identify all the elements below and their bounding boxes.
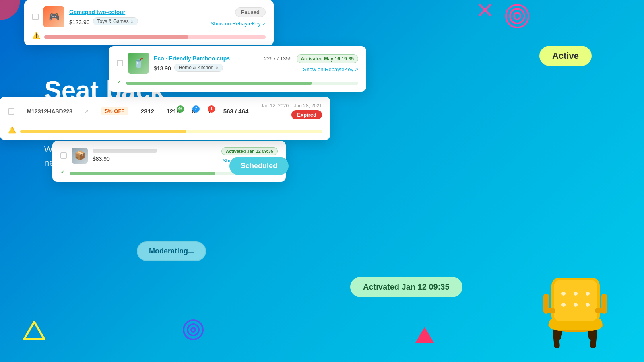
deco-triangle-pink [415,326,435,344]
card1-progress-icon: ⚠️ [32,31,40,39]
deco-cross-top [479,4,491,16]
svg-point-30 [574,292,578,296]
card2-progress-bar [126,82,358,85]
active-badge: Active [539,46,592,66]
card4-price: $83.90 [93,156,110,162]
card3-count4: 1 1 [208,108,211,115]
card1-product-image: 🎮 [43,6,64,27]
svg-point-2 [510,9,524,23]
deco-triangle-bottom [23,320,45,342]
svg-rect-26 [543,294,549,314]
card4-activated: Activated Jan 12 09:35 [221,147,278,155]
svg-marker-10 [24,322,44,339]
card2-price: $13.90 [154,65,171,72]
card3-count1: 2312 [141,108,154,115]
svg-rect-24 [554,280,597,321]
product-card-bamboo: 🥤 Eco - Friendly Bamboo cups $13.90 Home… [109,46,366,92]
svg-point-15 [0,0,20,20]
card3-coupon-code[interactable]: M12312HASD223 [27,108,72,115]
svg-line-5 [480,5,490,15]
coupon-card: M12312HASD223 ↗ 5% OFF 2312 46 1219 7 8 … [0,97,330,140]
card1-tag-remove[interactable]: ✕ [130,19,134,24]
card1-product-title[interactable]: Gamepad two-colour [69,9,125,15]
card2-progress-icon: ✓ [117,78,122,85]
card2-tag-remove[interactable]: ✕ [215,66,219,70]
moderating-badge: Moderating... [137,241,206,261]
card4-checkbox[interactable] [60,152,67,159]
card3-progress-icon: ⚠️ [8,126,16,134]
card1-status: Paused [235,7,266,17]
card3-count3-badge: 7 [192,105,200,113]
card4-info: $83.90 [93,149,217,162]
svg-line-4 [480,5,490,15]
card2-info: Eco - Friendly Bamboo cups $13.90 Home &… [154,55,259,72]
svg-point-33 [574,303,578,307]
svg-point-29 [561,292,566,296]
card2-product-image: 🥤 [128,53,149,74]
scheduled-badge: Scheduled [229,157,289,175]
card1-info: Gamepad two-colour $123.90 Toys & Games … [69,8,206,25]
card1-checkbox[interactable] [32,14,39,20]
card3-count5: 563 / 464 [223,108,249,115]
svg-point-31 [586,292,590,296]
svg-point-32 [561,303,566,307]
card1-tag: Toys & Games ✕ [93,17,138,25]
card3-count4-badge: 1 [208,105,215,113]
svg-point-13 [191,328,195,332]
card3-date-range: Jan 12, 2020 – Jan 28, 2021 [261,103,322,109]
card2-tag: Home & Kitchen ✕ [174,64,223,72]
svg-marker-14 [415,327,434,343]
card4-progress-icon: ✓ [60,168,66,175]
card3-status: Expired [291,110,322,119]
card3-count2: 46 1219 [167,108,180,115]
card3-external-link[interactable]: ↗ [85,109,89,114]
card2-checkbox[interactable] [117,60,123,66]
card3-progress-bar [20,130,322,133]
card1-price: $123.90 [69,19,90,25]
card2-show-link[interactable]: Show on RebayteKey [303,66,358,72]
svg-point-11 [184,320,203,339]
svg-point-12 [188,324,199,335]
card3-count2-badge: 46 [177,105,184,113]
deco-circle-top-right [503,2,531,30]
card1-show-link[interactable]: Show on RebayteKey [211,21,266,27]
card1-progress-bar [44,35,266,39]
card2-product-title[interactable]: Eco - Friendly Bamboo cups [154,55,230,62]
card3-discount: 5% OFF [101,107,128,115]
svg-point-1 [506,5,528,27]
svg-point-34 [586,303,590,307]
product-card-gamepad: 🎮 Gamepad two-colour $123.90 Toys & Game… [24,0,274,45]
chair-illustration [531,245,620,350]
svg-point-3 [514,13,520,19]
card4-product-image: 📦 [72,148,88,164]
card3-count3: 7 8 [192,108,195,115]
card3-checkbox[interactable] [8,108,14,115]
card2-counts: 2267 / 1356 [264,56,292,62]
card2-activated-badge: Activated May 16 19:35 [297,54,358,63]
activated-jan-badge: Activated Jan 12 09:35 [350,277,462,297]
svg-rect-28 [601,294,607,314]
deco-circle-bottom [181,318,205,342]
